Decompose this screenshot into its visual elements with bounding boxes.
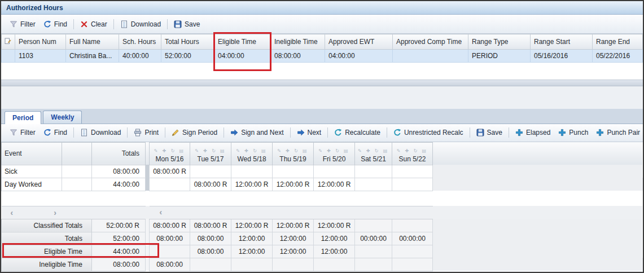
col-header-range-end[interactable]: Range End xyxy=(593,34,643,50)
find-button[interactable]: Find xyxy=(40,127,71,138)
col-header-total-hours[interactable]: Total Hours xyxy=(161,34,214,50)
day-column-header[interactable]: ✎ ✚ ↻ ▤ Mon 5/16 xyxy=(150,142,190,165)
totals-column-header[interactable]: Totals xyxy=(92,142,146,165)
day-action-icons[interactable]: ✎ ✚ ↻ ▤ xyxy=(234,147,269,155)
toolbar-separator xyxy=(113,19,114,29)
col-header-eligible-time[interactable]: Eligible Time xyxy=(214,34,271,50)
day-column-header[interactable]: ✎ ✚ ↻ ▤ Sun 5/22 xyxy=(392,142,433,165)
scroll-left-button[interactable]: ‹ xyxy=(160,208,163,217)
filter-button[interactable]: Filter xyxy=(6,127,40,138)
day-cell[interactable] xyxy=(273,165,314,178)
event-row-sick[interactable]: Sick 08:00:00 08:00:00 R xyxy=(2,165,643,178)
summary-day-cell: 00:00:00 xyxy=(392,232,433,245)
totals-cell: 44:00:00 xyxy=(92,178,146,191)
cell-total-hours[interactable]: 52:00:00 xyxy=(161,50,214,63)
next-button[interactable]: Next xyxy=(293,127,326,138)
col-header-approved-ewt[interactable]: Approved EWT xyxy=(325,34,393,50)
cell-range-end[interactable]: 05/22/2016 xyxy=(593,50,643,63)
cell-full-name[interactable]: Christina Ba... xyxy=(66,50,119,63)
day-cell[interactable]: 08:00:00 R xyxy=(190,178,231,191)
day-cell[interactable]: 12:00:00 R xyxy=(231,178,273,191)
cell-person-num[interactable]: 1103 xyxy=(15,50,66,63)
day-action-icons[interactable]: ✎ ✚ ↻ ▤ xyxy=(152,147,187,155)
day-cell[interactable] xyxy=(355,165,392,178)
day-cell[interactable] xyxy=(314,165,355,178)
col-header-ineligible-time[interactable]: Ineligible Time xyxy=(271,34,325,50)
scroll-right-button[interactable]: › xyxy=(54,209,56,216)
day-cell[interactable]: 08:00:00 R xyxy=(150,165,190,178)
day-cell[interactable]: 12:00:00 R xyxy=(314,178,355,191)
col-header-full-name[interactable]: Full Name xyxy=(66,34,119,50)
day-action-icons[interactable]: ✎ ✚ ↻ ▤ xyxy=(395,147,430,155)
cell-approved-comp-time[interactable] xyxy=(393,50,468,63)
summary-totals-cell: 08:00:00 xyxy=(92,258,146,271)
day-cell[interactable]: 12:00:00 R xyxy=(273,178,314,191)
punch-button[interactable]: Punch xyxy=(554,127,592,138)
tab-period[interactable]: Period xyxy=(5,111,41,124)
blank-column-header xyxy=(62,142,92,165)
save-button[interactable]: Save xyxy=(170,19,204,30)
event-cell[interactable]: Day Worked xyxy=(2,178,62,191)
col-header-sch-hours[interactable]: Sch. Hours xyxy=(119,34,161,50)
cell-ineligible-time[interactable]: 08:00:00 xyxy=(271,50,325,63)
day-cell[interactable] xyxy=(150,178,190,191)
day-column-header[interactable]: ✎ ✚ ↻ ▤ Tue 5/17 xyxy=(190,142,231,165)
row-selector-header[interactable] xyxy=(2,34,15,50)
elapsed-button[interactable]: Elapsed xyxy=(511,127,554,138)
col-header-range-type[interactable]: Range Type xyxy=(468,34,531,50)
panel-splitter[interactable] xyxy=(1,80,643,86)
day-action-icons[interactable]: ✎ ✚ ↻ ▤ xyxy=(358,147,389,155)
cell-range-start[interactable]: 05/16/2016 xyxy=(531,50,593,63)
col-header-person-num[interactable]: Person Num xyxy=(15,34,66,50)
day-action-icons[interactable]: ✎ ✚ ↻ ▤ xyxy=(193,147,228,155)
filter-button[interactable]: Filter xyxy=(6,19,40,30)
event-cell[interactable]: Sick xyxy=(2,165,62,178)
cell-approved-ewt[interactable]: 04:00:00 xyxy=(325,50,393,63)
day-cell[interactable] xyxy=(190,165,231,178)
tab-weekly[interactable]: Weekly xyxy=(43,111,82,124)
day-cell[interactable] xyxy=(392,165,433,178)
cell-sch-hours[interactable]: 40:00:00 xyxy=(119,50,161,63)
filter-label: Filter xyxy=(20,129,36,136)
frozen-pane-divider xyxy=(146,245,150,258)
day-column-header[interactable]: ✎ ✚ ↻ ▤ Wed 5/18 xyxy=(231,142,273,165)
blank-cell xyxy=(62,178,92,191)
summary-label: Ineligible Time xyxy=(2,258,92,271)
find-button[interactable]: Find xyxy=(40,19,71,30)
summary-day-cell: 12:00:00 xyxy=(314,232,355,245)
arrow-right-icon xyxy=(230,129,238,136)
pencil-icon xyxy=(172,129,179,136)
frozen-pane-divider xyxy=(146,178,150,191)
day-cell[interactable] xyxy=(392,178,433,191)
day-action-icons[interactable]: ✎ ✚ ↻ ▤ xyxy=(275,147,310,155)
download-button[interactable]: Download xyxy=(76,127,125,138)
unrestricted-recalc-button[interactable]: Unrestricted Recalc xyxy=(389,127,467,138)
event-column-header[interactable]: Event xyxy=(2,142,62,165)
print-button[interactable]: Print xyxy=(130,127,163,138)
day-column-header[interactable]: ✎ ✚ ↻ ▤ Fri 5/20 xyxy=(314,142,355,165)
sign-period-button[interactable]: Sign Period xyxy=(168,127,221,138)
day-column-header[interactable]: ✎ ✚ ↻ ▤ Sat 5/21 xyxy=(355,142,392,165)
summary-totals-cell: 52:00:00 xyxy=(92,232,146,245)
authorized-table-row[interactable]: 1103 Christina Ba... 40:00:00 52:00:00 0… xyxy=(2,50,643,63)
grid-empty-space xyxy=(2,191,643,206)
col-header-approved-comp-time[interactable]: Approved Comp Time xyxy=(393,34,468,50)
day-column-header[interactable]: ✎ ✚ ↻ ▤ Thu 5/19 xyxy=(273,142,314,165)
day-cell[interactable] xyxy=(231,165,273,178)
toolbar-separator xyxy=(165,127,165,138)
recalculate-button[interactable]: Recalculate xyxy=(330,127,384,138)
cell-range-type[interactable]: PERIOD xyxy=(468,50,531,63)
punch-pair-button[interactable]: Punch Pair xyxy=(592,127,644,138)
day-action-icons[interactable]: ✎ ✚ ↻ ▤ xyxy=(317,147,352,155)
clear-button[interactable]: Clear xyxy=(76,19,111,30)
scroll-left-button[interactable]: ‹ xyxy=(11,209,14,216)
row-selector-cell[interactable] xyxy=(2,50,15,63)
recalculate-icon xyxy=(334,129,342,136)
save-button[interactable]: Save xyxy=(472,127,506,138)
col-header-range-start[interactable]: Range Start xyxy=(531,34,593,50)
download-button[interactable]: Download xyxy=(116,19,165,30)
cell-eligible-time[interactable]: 04:00:00 xyxy=(214,50,271,63)
day-cell[interactable] xyxy=(355,178,392,191)
event-row-day-worked[interactable]: Day Worked 44:00:00 08:00:00 R 12:00:00 … xyxy=(2,178,643,191)
sign-and-next-button[interactable]: Sign and Next xyxy=(226,127,287,138)
